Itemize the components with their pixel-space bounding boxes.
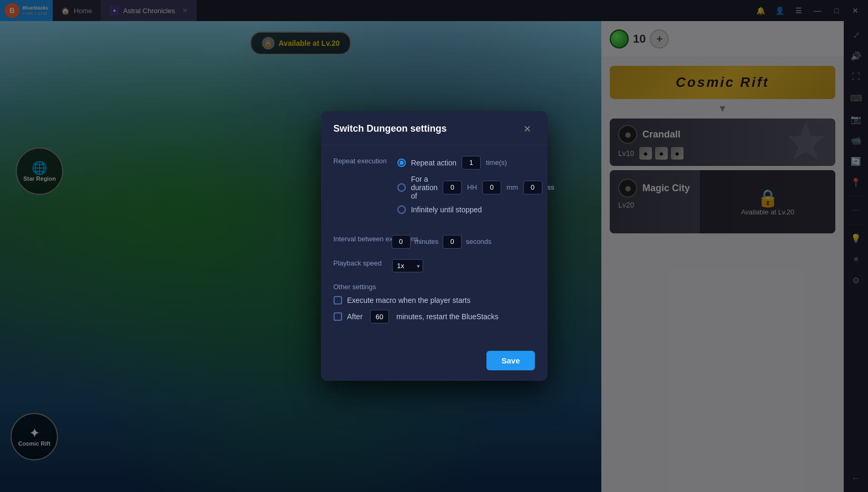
modal-overlay: Switch Dungeon settings ✕ Repeat executi… bbox=[0, 0, 868, 492]
minutes-label: minutes bbox=[415, 238, 439, 245]
seconds-label: seconds bbox=[466, 238, 491, 245]
restart-row: After minutes, restart the BlueStacks bbox=[334, 310, 535, 323]
restart-minutes-input[interactable] bbox=[370, 310, 389, 323]
other-settings-label: Other settings bbox=[334, 283, 535, 291]
restart-after-label: After bbox=[347, 312, 363, 321]
for-duration-mm-input[interactable] bbox=[482, 181, 501, 194]
dialog-close-button[interactable]: ✕ bbox=[520, 122, 535, 136]
infinite-row: Infinitely until stopped bbox=[397, 205, 554, 214]
repeat-action-row: Repeat action time(s) bbox=[397, 156, 554, 170]
for-duration-hh-input[interactable] bbox=[443, 181, 462, 194]
playback-speed-select[interactable]: 1x 2x 0.5x bbox=[392, 259, 423, 272]
infinite-radio[interactable] bbox=[397, 205, 406, 214]
repeat-execution-label: Repeat execution bbox=[334, 156, 387, 219]
other-settings-section: Other settings Execute macro when the pl… bbox=[334, 283, 535, 323]
interval-seconds-input[interactable] bbox=[443, 235, 462, 249]
save-button[interactable]: Save bbox=[486, 351, 534, 370]
mm-label: mm bbox=[506, 183, 518, 191]
switch-dungeon-dialog: Switch Dungeon settings ✕ Repeat executi… bbox=[321, 111, 548, 381]
repeat-action-label: Repeat action bbox=[411, 159, 456, 167]
restart-suffix-label: minutes, restart the BlueStacks bbox=[396, 312, 499, 321]
restart-checkbox[interactable] bbox=[334, 312, 342, 321]
interval-minutes-input[interactable] bbox=[392, 235, 411, 249]
dialog-footer: Save bbox=[321, 345, 548, 381]
dialog-body: Repeat execution Repeat action time(s) F… bbox=[321, 145, 548, 345]
interval-label: Interval between executions bbox=[334, 235, 381, 244]
for-duration-label: For a duration of bbox=[411, 175, 438, 200]
repeat-execution-options: Repeat action time(s) For a duration of … bbox=[397, 156, 554, 214]
for-duration-ss-input[interactable] bbox=[523, 181, 542, 194]
dialog-header: Switch Dungeon settings ✕ bbox=[321, 111, 548, 145]
interval-inputs: minutes seconds bbox=[392, 235, 492, 249]
execute-macro-checkbox[interactable] bbox=[334, 296, 342, 304]
repeat-action-unit: time(s) bbox=[486, 159, 507, 166]
hh-label: HH bbox=[467, 183, 477, 191]
playback-label: Playback speed bbox=[334, 259, 382, 267]
execute-macro-row: Execute macro when the player starts bbox=[334, 296, 535, 304]
for-duration-row: For a duration of HH mm ss bbox=[397, 175, 554, 200]
for-duration-radio[interactable] bbox=[397, 183, 406, 192]
playback-speed-wrapper: 1x 2x 0.5x bbox=[392, 259, 423, 272]
infinite-label: Infinitely until stopped bbox=[411, 205, 482, 214]
ss-label: ss bbox=[548, 183, 554, 191]
dialog-title: Switch Dungeon settings bbox=[334, 123, 447, 134]
repeat-action-radio[interactable] bbox=[397, 159, 406, 167]
execute-macro-label: Execute macro when the player starts bbox=[347, 296, 471, 304]
repeat-action-input[interactable] bbox=[462, 156, 481, 170]
